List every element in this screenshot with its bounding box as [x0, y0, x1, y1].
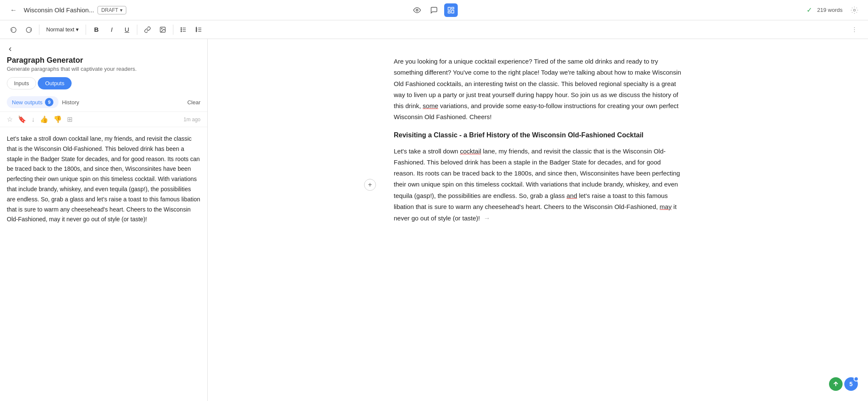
main-content: Paragraph Generator Generate paragraphs … — [0, 39, 868, 401]
tab-row: Inputs Outputs — [7, 77, 200, 89]
layout-button[interactable] — [444, 3, 458, 17]
top-bar: ← Wisconsin Old Fashion... DRAFT ▾ ✓ 219… — [0, 0, 868, 20]
para2-container: + Let's take a stroll down cocktail lane… — [394, 146, 682, 225]
svg-rect-4 — [448, 11, 450, 13]
svg-point-0 — [416, 9, 418, 11]
doc-para-2: Let's take a stroll down cocktail lane, … — [394, 146, 682, 225]
comment-button[interactable] — [427, 3, 441, 17]
divider-2 — [86, 25, 86, 35]
new-outputs-badge[interactable]: New outputs 9 — [7, 96, 58, 108]
panel-subtitle: Generate paragraphs that will captivate … — [7, 66, 200, 72]
svg-point-11 — [181, 28, 182, 28]
thumbs-down-icon[interactable]: 👎 — [53, 115, 62, 123]
bookmark-icon[interactable]: 🔖 — [18, 115, 26, 123]
doc-content: Are you looking for a unique cocktail ex… — [394, 56, 682, 224]
underline-button[interactable]: U — [120, 23, 134, 36]
bullet-list-button[interactable] — [177, 23, 190, 36]
svg-rect-3 — [452, 10, 454, 13]
document-title: Wisconsin Old Fashion... — [24, 6, 94, 14]
style-select[interactable]: Normal text ▾ — [43, 25, 82, 34]
svg-point-5 — [854, 9, 856, 11]
more-options-button[interactable] — [848, 23, 861, 36]
draft-badge[interactable]: DRAFT ▾ — [97, 6, 126, 14]
svg-rect-2 — [452, 7, 454, 9]
check-icon: ✓ — [807, 6, 812, 14]
doc-heading: Revisiting a Classic - a Brief History o… — [394, 131, 682, 139]
doc-panel[interactable]: Are you looking for a unique cocktail ex… — [208, 39, 868, 401]
clear-button[interactable]: Clear — [187, 99, 200, 106]
avatar-green[interactable] — [829, 377, 843, 391]
word-count: 219 words — [817, 7, 843, 13]
image-button[interactable] — [156, 23, 170, 36]
panel-title: Paragraph Generator — [7, 56, 200, 65]
svg-point-13 — [181, 31, 182, 32]
add-paragraph-button[interactable]: + — [364, 179, 376, 191]
undo-button[interactable] — [7, 23, 20, 36]
top-bar-center — [410, 3, 458, 17]
preview-button[interactable] — [410, 3, 424, 17]
back-button[interactable]: ← — [7, 3, 20, 17]
settings-button[interactable] — [848, 3, 861, 17]
tab-inputs[interactable]: Inputs — [7, 77, 36, 89]
svg-text:3: 3 — [196, 30, 198, 32]
italic-button[interactable]: I — [105, 23, 118, 36]
continue-arrow[interactable]: → — [481, 214, 490, 222]
svg-point-20 — [854, 27, 855, 28]
new-outputs-label: New outputs — [12, 99, 42, 106]
svg-point-21 — [854, 29, 855, 30]
notification-dot — [854, 376, 859, 382]
svg-point-7 — [161, 28, 162, 29]
svg-point-22 — [854, 31, 855, 32]
download-icon[interactable]: ↓ — [31, 116, 35, 123]
numbered-list-button[interactable]: 123 — [192, 23, 206, 36]
top-bar-left: ← Wisconsin Old Fashion... DRAFT ▾ — [7, 3, 410, 17]
history-button[interactable]: History — [62, 99, 79, 106]
left-panel: Paragraph Generator Generate paragraphs … — [0, 39, 208, 401]
top-bar-right: ✓ 219 words — [458, 3, 861, 17]
timestamp: 1m ago — [184, 117, 200, 123]
underline-and: and — [567, 192, 577, 199]
divider-3 — [137, 25, 137, 35]
tab-outputs[interactable]: Outputs — [38, 77, 72, 89]
action-row: ☆ 🔖 ↓ 👍 👎 ⊞ 1m ago — [0, 112, 207, 127]
outputs-count: 9 — [45, 98, 53, 106]
panel-back-button[interactable] — [7, 46, 200, 53]
link-button[interactable] — [141, 23, 154, 36]
thumbs-up-icon[interactable]: 👍 — [40, 115, 48, 123]
draft-dropdown-icon: ▾ — [120, 7, 122, 13]
svg-point-12 — [181, 29, 182, 30]
style-label: Normal text — [46, 26, 74, 33]
underline-cocktail: cocktail — [460, 148, 481, 155]
underline-may: may — [659, 203, 671, 210]
output-text: Let's take a stroll down cocktail lane, … — [7, 134, 200, 225]
avatar-blue-label: 5 — [849, 381, 853, 387]
format-bar: Normal text ▾ B I U 123 — [0, 20, 868, 39]
svg-rect-1 — [448, 7, 450, 10]
star-icon[interactable]: ☆ — [7, 115, 13, 123]
redo-button[interactable] — [22, 23, 36, 36]
copy-icon[interactable]: ⊞ — [67, 115, 72, 123]
bold-button[interactable]: B — [89, 23, 103, 36]
divider-1 — [39, 25, 39, 35]
doc-para-1: Are you looking for a unique cocktail ex… — [394, 56, 682, 123]
outputs-header: New outputs 9 History Clear — [0, 93, 207, 112]
style-dropdown-icon: ▾ — [76, 26, 79, 33]
underline-some: some — [423, 102, 438, 109]
panel-header: Paragraph Generator Generate paragraphs … — [0, 39, 207, 93]
draft-label: DRAFT — [101, 7, 118, 13]
avatar-row: 5 — [829, 377, 858, 391]
avatar-blue[interactable]: 5 — [844, 377, 858, 391]
divider-4 — [173, 25, 173, 35]
output-content: Let's take a stroll down cocktail lane, … — [0, 127, 207, 401]
